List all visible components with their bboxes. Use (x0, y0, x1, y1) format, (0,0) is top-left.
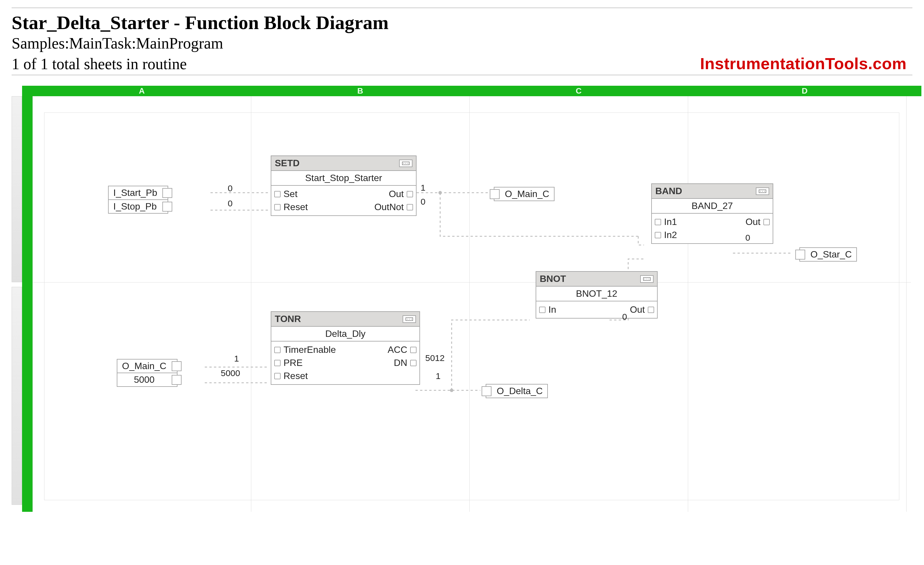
rule-top (12, 8, 912, 8)
val-tonr-acc: 5012 (425, 353, 445, 363)
tag-o-star-c[interactable]: O_Star_C (800, 247, 857, 261)
block-props-icon[interactable] (640, 275, 654, 283)
block-band-header: BAND (652, 184, 772, 199)
inner-frame (44, 113, 899, 500)
svg-point-9 (764, 191, 765, 191)
pin-bnot-out[interactable] (648, 307, 654, 313)
block-bnot[interactable]: BNOT BNOT_12 In Out (536, 271, 658, 319)
svg-point-11 (645, 278, 645, 279)
pin-outnot[interactable] (406, 204, 413, 210)
svg-point-5 (408, 163, 408, 163)
svg-point-17 (411, 319, 412, 319)
block-bnot-type: BNOT (540, 273, 566, 284)
input-tags-1: I_Start_Pb I_Stop_Pb (108, 186, 168, 213)
input-tags-2: O_Main_C 5000 (117, 359, 177, 387)
val-i-stop: 0 (228, 198, 232, 208)
pin-acc[interactable] (410, 347, 417, 353)
val-setd-outnot: 0 (421, 197, 426, 207)
pin-dn[interactable] (410, 360, 417, 366)
val-i-start: 0 (228, 183, 232, 193)
block-tonr-instance: Delta_Dly (271, 327, 420, 341)
pin-reset[interactable] (274, 204, 280, 210)
svg-point-15 (407, 319, 408, 319)
block-setd-body: Set Out Reset OutNot (271, 186, 416, 215)
page-subtitle: Samples:MainTask:MainProgram (12, 34, 912, 52)
rule-bottom (12, 75, 912, 75)
page-title: Star_Delta_Starter - Function Block Diag… (12, 12, 912, 34)
col-C: C (470, 86, 688, 96)
svg-point-4 (405, 163, 406, 163)
col-D: D (688, 86, 921, 96)
svg-point-13 (649, 278, 649, 279)
block-tonr[interactable]: TONR Delta_Dly TimerEnable ACC (271, 311, 420, 385)
pin-set[interactable] (274, 191, 280, 197)
pin-in1[interactable] (655, 219, 661, 225)
canvas-bg: I_Start_Pb I_Stop_Pb 0 0 SETD (33, 96, 911, 512)
pin-in2[interactable] (655, 232, 661, 238)
row-2: 2 (12, 287, 22, 505)
row-gutter: 1 2 (12, 86, 22, 512)
tag-preset[interactable]: 5000 (117, 373, 177, 387)
block-props-icon[interactable] (399, 159, 412, 167)
tag-i-start[interactable]: I_Start_Pb (108, 186, 168, 200)
page: Star_Delta_Starter - Function Block Diag… (0, 0, 924, 512)
block-band[interactable]: BAND BAND_27 In1 Out I (651, 183, 773, 244)
svg-point-3 (404, 163, 404, 163)
val-o-main-c: 1 (234, 354, 239, 364)
block-band-instance: BAND_27 (652, 199, 772, 213)
tag-o-main-c[interactable]: O_Main_C (494, 187, 555, 201)
val-setd-out: 1 (421, 183, 426, 193)
block-props-icon[interactable] (403, 316, 416, 323)
val-bnot-out: 0 (622, 312, 627, 322)
svg-point-12 (646, 278, 647, 279)
row-label: 2 (15, 392, 19, 401)
tag-i-stop[interactable]: I_Stop_Pb (108, 200, 168, 213)
svg-point-7 (760, 191, 761, 191)
pin-band-out[interactable] (764, 219, 770, 225)
svg-point-8 (762, 191, 763, 191)
tag-o-main-c-in[interactable]: O_Main_C (117, 359, 177, 373)
pin-bnot-in[interactable] (539, 307, 546, 313)
col-A: A (33, 86, 251, 96)
brand-watermark: InstrumentationTools.com (700, 54, 912, 73)
pin-reset2[interactable] (274, 373, 280, 379)
block-setd-type: SETD (275, 158, 300, 168)
block-setd[interactable]: SETD Start_Stop_Starter Set Out (271, 155, 417, 216)
canvas[interactable]: A B C D (22, 86, 911, 512)
svg-point-16 (409, 319, 410, 319)
row-1: 1 (12, 96, 22, 282)
sheets-row: 1 of 1 total sheets in routine Instrumen… (12, 54, 912, 73)
col-B: B (251, 86, 470, 96)
block-tonr-header: TONR (271, 312, 420, 327)
sheets-text: 1 of 1 total sheets in routine (12, 55, 187, 73)
block-props-icon[interactable] (756, 188, 769, 195)
val-tonr-dn: 1 (436, 371, 441, 381)
block-tonr-type: TONR (275, 314, 301, 325)
block-setd-instance: Start_Stop_Starter (271, 171, 416, 186)
tag-o-delta-c[interactable]: O_Delta_C (486, 384, 548, 398)
pin-timerenable[interactable] (274, 347, 280, 353)
pin-pre[interactable] (274, 360, 280, 366)
block-bnot-header: BNOT (536, 272, 657, 287)
row-sep-1 (33, 282, 911, 282)
val-band-out: 0 (746, 233, 750, 243)
val-preset: 5000 (221, 368, 240, 378)
block-bnot-instance: BNOT_12 (536, 287, 657, 301)
row-label: 1 (15, 185, 19, 194)
canvas-wrap: 1 2 A B C D (12, 86, 912, 512)
block-band-type: BAND (655, 186, 682, 197)
pin-out[interactable] (406, 191, 413, 197)
block-setd-header: SETD (271, 156, 416, 171)
